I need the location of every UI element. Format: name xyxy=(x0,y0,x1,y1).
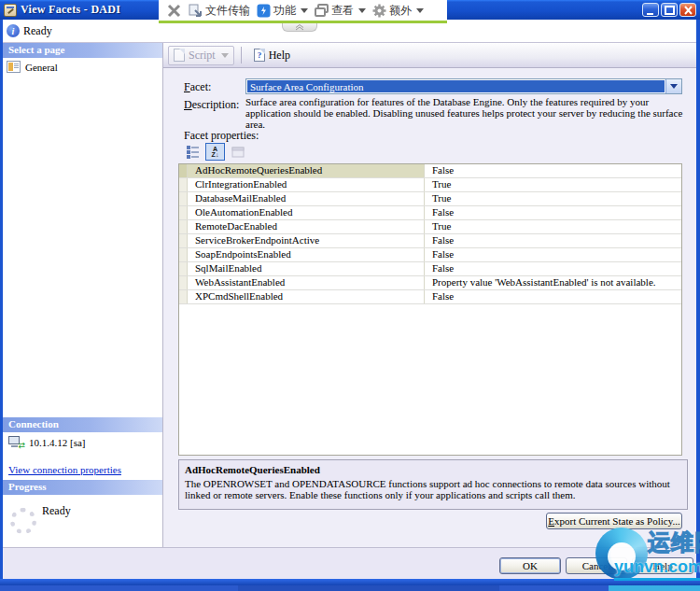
help-button[interactable]: Help xyxy=(632,557,693,574)
property-row[interactable]: OleAutomationEnabledFalse xyxy=(179,206,681,220)
server-label: 10.1.4.12 [sa] xyxy=(29,437,86,448)
help-toolbar-label: Help xyxy=(269,49,290,63)
features-label: 功能 xyxy=(273,3,296,19)
window-icon xyxy=(4,4,17,17)
main-panel: Script Help Facet: Surface Area Configur… xyxy=(163,43,696,547)
cancel-label: Cancel xyxy=(582,560,611,571)
property-value[interactable]: False xyxy=(425,164,681,177)
extra-label: 额外 xyxy=(389,3,412,19)
view-label: 查看 xyxy=(331,3,354,19)
ok-button[interactable]: OK xyxy=(499,557,561,574)
export-policy-button[interactable]: Export Current State as Policy... xyxy=(546,513,682,529)
script-label: Script xyxy=(189,49,216,63)
property-row[interactable]: SoapEndpointsEnabledFalse xyxy=(179,248,681,262)
property-name[interactable]: ClrIntegrationEnabled xyxy=(188,178,425,191)
view-facets-window: View Facets - DADI i Ready Select a page xyxy=(0,0,700,591)
window-title: View Facets - DADI xyxy=(21,3,120,17)
extra-caret-icon xyxy=(416,8,424,13)
property-value[interactable]: False xyxy=(425,234,681,247)
view-connection-properties-link[interactable]: View connection properties xyxy=(8,464,121,475)
property-name[interactable]: SqlMailEnabled xyxy=(188,262,425,275)
facet-dropdown-arrow-icon[interactable] xyxy=(665,79,681,93)
remote-close-button[interactable] xyxy=(167,4,181,18)
property-value[interactable]: False xyxy=(425,248,681,261)
grid-toolbar: AZ↓ xyxy=(183,143,247,161)
help-toolbar-button[interactable]: Help xyxy=(248,46,296,65)
maximize-button[interactable] xyxy=(661,3,678,17)
view-windows-icon xyxy=(315,4,329,17)
row-gutter xyxy=(179,276,188,289)
facet-properties-label: Facet properties: xyxy=(184,129,259,143)
row-gutter xyxy=(179,290,188,303)
toolbar-collapse-tab[interactable] xyxy=(282,23,317,32)
property-name[interactable]: DatabaseMailEnabled xyxy=(188,192,425,205)
script-dropdown-icon xyxy=(221,53,229,58)
cancel-button[interactable]: Cancel xyxy=(566,557,627,574)
row-gutter xyxy=(179,206,188,219)
property-name[interactable]: AdHocRemoteQueriesEnabled xyxy=(188,164,425,177)
property-name[interactable]: WebAssistantEnabled xyxy=(188,276,425,289)
minimize-button[interactable] xyxy=(642,3,659,17)
row-gutter xyxy=(179,248,188,261)
facet-grid-body: AdHocRemoteQueriesEnabledFalseClrIntegra… xyxy=(179,164,681,304)
property-detail-text: The OPENROWSET and OPENDATASOURCE functi… xyxy=(185,478,681,500)
facet-dropdown[interactable]: Surface Area Configuration xyxy=(245,78,682,94)
features-menu[interactable]: 功能 xyxy=(257,3,308,19)
progress-status: Ready xyxy=(42,504,71,518)
property-name[interactable]: XPCmdShellEnabled xyxy=(188,290,425,303)
property-value[interactable]: False xyxy=(425,290,681,303)
features-caret-icon xyxy=(301,8,308,13)
row-gutter xyxy=(179,220,188,233)
property-pages-button[interactable] xyxy=(228,143,247,161)
property-value[interactable]: False xyxy=(425,262,681,275)
general-page-icon xyxy=(7,61,21,73)
property-detail-box: AdHocRemoteQueriesEnabled The OPENROWSET… xyxy=(178,459,688,510)
features-icon xyxy=(257,4,271,18)
property-row[interactable]: SqlMailEnabledFalse xyxy=(179,262,681,276)
row-gutter xyxy=(179,234,188,247)
facet-properties-grid[interactable]: AdHocRemoteQueriesEnabledFalseClrIntegra… xyxy=(178,163,682,456)
connection-server: ⇄ 10.1.4.12 [sa] xyxy=(8,436,86,449)
connection-header: Connection xyxy=(3,417,162,432)
property-row[interactable]: RemoteDacEnabledTrue xyxy=(179,220,681,234)
property-row[interactable]: DatabaseMailEnabledTrue xyxy=(179,192,681,206)
dialog-body: i Ready Select a page General Connection… xyxy=(3,20,696,579)
description-label: Description: xyxy=(184,98,239,112)
chevron-up-icon xyxy=(294,24,305,31)
property-row[interactable]: ServiceBrokerEndpointActiveFalse xyxy=(179,234,681,248)
taskbar-segment xyxy=(609,585,700,591)
taskbar[interactable] xyxy=(0,585,700,591)
property-value[interactable]: True xyxy=(425,178,681,191)
property-name[interactable]: RemoteDacEnabled xyxy=(188,220,425,233)
facet-label: Facet: xyxy=(184,80,211,94)
property-value[interactable]: False xyxy=(425,206,681,219)
property-value[interactable]: Property value 'WebAssistantEnabled' is … xyxy=(425,276,681,289)
facet-selected-value: Surface Area Configuration xyxy=(246,79,665,93)
property-name[interactable]: SoapEndpointsEnabled xyxy=(188,248,425,261)
close-button[interactable] xyxy=(679,3,696,17)
alphabetical-sort-button[interactable]: AZ↓ xyxy=(205,143,225,161)
extra-menu[interactable]: 额外 xyxy=(372,3,424,19)
property-name[interactable]: ServiceBrokerEndpointActive xyxy=(188,234,425,247)
categorized-button[interactable] xyxy=(183,143,203,161)
ok-label: OK xyxy=(523,560,538,571)
az-sort-icon: AZ↓ xyxy=(212,147,219,158)
property-row[interactable]: AdHocRemoteQueriesEnabledFalse xyxy=(179,164,681,178)
file-transfer-button[interactable]: 文件传输 xyxy=(188,3,250,19)
property-name[interactable]: OleAutomationEnabled xyxy=(188,206,425,219)
view-menu[interactable]: 查看 xyxy=(315,3,366,19)
property-value[interactable]: True xyxy=(425,220,681,233)
sidebar-item-general[interactable]: General xyxy=(3,58,162,76)
status-text: Ready xyxy=(23,24,52,38)
property-row[interactable]: WebAssistantEnabledProperty value 'WebAs… xyxy=(179,276,681,290)
property-row[interactable]: ClrIntegrationEnabledTrue xyxy=(179,178,681,192)
main-toolbar: Script Help xyxy=(163,43,696,68)
row-gutter xyxy=(179,262,188,275)
property-row[interactable]: XPCmdShellEnabledFalse xyxy=(179,290,681,304)
general-label: General xyxy=(25,62,58,73)
progress-spinner-icon xyxy=(10,508,36,534)
sidebar: Select a page General Connection ⇄ 10.1.… xyxy=(3,43,163,547)
script-button[interactable]: Script xyxy=(168,46,234,65)
export-policy-label: Export Current State as Policy... xyxy=(548,515,679,527)
property-value[interactable]: True xyxy=(425,192,681,205)
